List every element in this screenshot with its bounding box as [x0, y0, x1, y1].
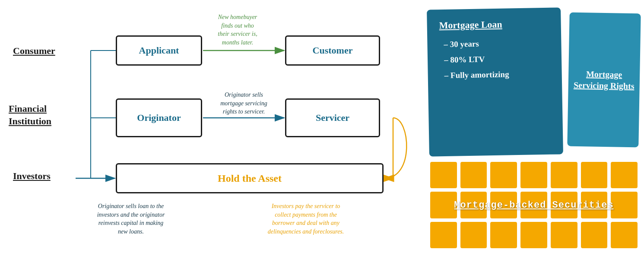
box-originator: Originator — [116, 98, 202, 137]
annotation-new-homebuyer: New homebuyer finds out who their servic… — [194, 13, 281, 47]
mortgage-loan-title: Mortgage Loan — [439, 18, 549, 31]
mbs-label-overlay: Mortgage-backed Securities — [428, 160, 640, 250]
annotation-originator-sells-msr: Originator sells mortgage servicing righ… — [204, 91, 284, 116]
box-servicer: Servicer — [285, 98, 380, 137]
mbs-label: Mortgage-backed Securities — [454, 200, 613, 211]
box-applicant: Applicant — [116, 35, 202, 66]
customer-label: Customer — [313, 45, 353, 56]
msr-title: Mortgage Servicing Rights — [568, 68, 640, 92]
servicer-label: Servicer — [316, 112, 349, 123]
mortgage-bullet-3: Fully amortizing — [440, 69, 550, 80]
annotation-investors-pay: Investors pay the servicer to collect pa… — [237, 202, 375, 236]
mortgage-loan-card: Mortgage Loan 30 years 80% LTV Fully amo… — [427, 7, 563, 156]
hold-asset-label: Hold the Asset — [218, 173, 282, 184]
label-investors: Investors — [13, 171, 51, 182]
msr-card: Mortgage Servicing Rights — [567, 13, 641, 148]
mortgage-bullet-1: 30 years — [439, 38, 549, 49]
box-customer: Customer — [285, 35, 380, 66]
mbs-section: Mortgage-backed Securities — [428, 160, 640, 250]
label-financial-institution: FinancialInstitution — [9, 103, 51, 127]
box-hold-asset: Hold the Asset — [116, 163, 384, 193]
applicant-label: Applicant — [139, 45, 179, 56]
mortgage-bullet-2: 80% LTV — [440, 54, 549, 65]
originator-label: Originator — [137, 112, 181, 123]
label-consumer: Consumer — [13, 45, 55, 57]
diagram-container: Consumer FinancialInstitution Investors … — [0, 0, 644, 259]
annotation-originator-sells-loan: Originator sells loan to the investors a… — [77, 202, 185, 236]
right-panel: Mortgage Loan 30 years 80% LTV Fully amo… — [428, 9, 640, 250]
